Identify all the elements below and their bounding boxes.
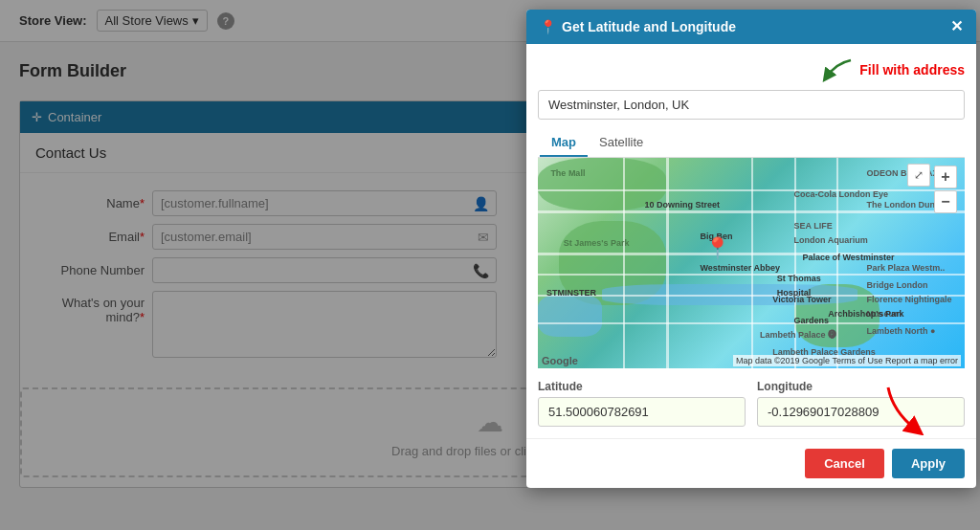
label-park-plaza: Park Plaza Westm.. [866, 263, 945, 273]
map-pin: 📍 [704, 238, 730, 259]
map-expand-button[interactable]: ⤢ [907, 164, 930, 187]
modal-header: 📍 Get Latitude and Longitude ✕ [526, 10, 976, 44]
longitude-label: Longitude [757, 380, 965, 393]
label-palace-westminster: Palace of Westminster [803, 253, 895, 262]
map-tab-map[interactable]: Map [540, 129, 588, 157]
map-image: St James's Park The Mall 10 Downing Stre… [538, 158, 965, 368]
map-container[interactable]: St James's Park The Mall 10 Downing Stre… [538, 158, 965, 368]
label-westminster-abbey: Westminster Abbey [700, 263, 780, 273]
zoom-out-button[interactable]: − [934, 190, 957, 213]
cancel-button[interactable]: Cancel [805, 449, 884, 478]
latitude-label: Latitude [538, 380, 746, 393]
label-lambeth-north: Lambeth North ● [866, 326, 935, 336]
address-input[interactable] [538, 90, 965, 120]
map-attribution[interactable]: Map data ©2019 Google Terms of Use Repor… [733, 355, 961, 366]
label-st-james: St James's Park [564, 238, 630, 248]
label-bridge-london: Bridge London [866, 280, 927, 290]
map-tabs: Map Satellite [538, 129, 965, 158]
annotation-arrow [817, 55, 856, 84]
road-v1 [666, 158, 669, 368]
longitude-group: Longitude [757, 380, 965, 427]
label-florence: Florence Nightingale [866, 295, 951, 304]
fill-annotation: Fill with address [817, 55, 965, 84]
get-lat-lng-modal: 📍 Get Latitude and Longitude ✕ Fill with… [526, 10, 976, 488]
google-logo: Google [542, 355, 578, 366]
modal-body: Fill with address Map Satellite [526, 44, 976, 438]
modal-footer: Cancel Apply [526, 438, 976, 488]
map-tab-satellite[interactable]: Satellite [588, 129, 655, 157]
label-hospital: Hospital [777, 288, 812, 298]
label-sea-life: SEA LIFE [794, 221, 833, 231]
label-lambeth-palace: Lambeth Palace 🅟 [760, 330, 836, 340]
latitude-input[interactable] [538, 397, 746, 427]
modal-title: Get Latitude and Longitude [562, 19, 736, 34]
label-downing: 10 Downing Street [645, 200, 721, 210]
map-water-thames [538, 295, 602, 337]
latitude-group: Latitude [538, 380, 746, 427]
modal-header-left: 📍 Get Latitude and Longitude [540, 19, 736, 34]
label-aquarium: London Aquarium [794, 235, 868, 245]
longitude-input[interactable] [757, 397, 965, 427]
apply-button[interactable]: Apply [892, 449, 965, 478]
label-stminster: STMINSTER [546, 288, 596, 298]
label-green-park: The Mall [550, 168, 585, 178]
label-archbishops: Archbishop's Park [828, 309, 903, 319]
lat-lng-row: Latitude Longitude [538, 380, 965, 427]
zoom-in-button[interactable]: + [934, 166, 957, 188]
label-st-thomas: St Thomas [777, 274, 821, 283]
road-v4 [623, 158, 625, 368]
location-pin-icon: 📍 [540, 19, 556, 34]
label-coca-cola: Coca-Cola London Eye [794, 189, 889, 199]
label-gardens: Gardens [794, 316, 830, 325]
map-zoom-controls: + − [934, 166, 957, 213]
address-section: Fill with address [538, 55, 965, 120]
address-row [538, 90, 965, 120]
fill-annotation-text: Fill with address [859, 62, 965, 77]
modal-close-button[interactable]: ✕ [950, 19, 963, 34]
